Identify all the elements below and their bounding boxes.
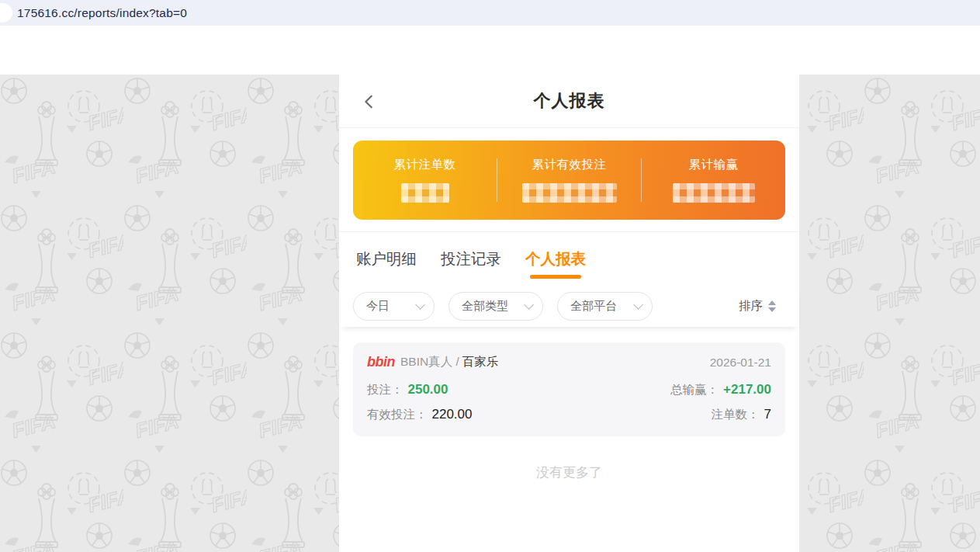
tab-notch (0, 3, 12, 23)
stat-label: 累计注单数 (353, 157, 497, 173)
record-bet-row: 投注： 250.00 总输赢： +217.00 (367, 382, 771, 398)
cumulative-stats-card: 累计注单数 累计有效投注 累计输赢 (353, 141, 785, 220)
sort-label: 排序 (739, 298, 763, 314)
winloss-label: 总输赢： (670, 382, 719, 398)
stat-total-bets: 累计注单数 (353, 141, 497, 220)
tab-bar: 账户明细 投注记录 个人报表 (339, 231, 799, 286)
report-record-card[interactable]: bbin BBIN真人 / 百家乐 2026-01-21 投注： 250.00 … (353, 342, 785, 436)
censored-value (522, 183, 617, 203)
tab-personal-report[interactable]: 个人报表 (525, 248, 586, 269)
total-winloss: 总输赢： +217.00 (670, 382, 771, 398)
page-title: 个人报表 (534, 89, 605, 113)
date-filter-value: 今日 (366, 299, 390, 314)
provider-name: BBIN真人 / (400, 354, 459, 370)
stat-label: 累计输赢 (642, 157, 785, 173)
sort-arrows-icon (768, 300, 776, 312)
record-date: 2026-01-21 (710, 356, 771, 370)
game-name: 百家乐 (462, 354, 499, 370)
type-filter-dropdown[interactable]: 全部类型 (448, 292, 543, 321)
bet-count-label: 注单数： (712, 407, 760, 423)
winloss-value: +217.00 (723, 382, 771, 398)
censored-value (401, 183, 449, 203)
chevron-down-icon (524, 300, 534, 310)
date-filter-dropdown[interactable]: 今日 (353, 292, 435, 321)
bet-amount: 投注： 250.00 (367, 382, 448, 398)
page-header: 个人报表 (339, 75, 799, 128)
back-button[interactable] (359, 92, 379, 112)
tab-account-details[interactable]: 账户明细 (356, 248, 417, 269)
top-white-band (0, 26, 980, 75)
record-header-row: bbin BBIN真人 / 百家乐 2026-01-21 (367, 354, 771, 370)
valid-bet-label: 有效投注： (367, 407, 428, 423)
chevron-down-icon (633, 300, 643, 310)
bet-value: 250.00 (408, 382, 448, 398)
bet-label: 投注： (367, 382, 403, 398)
stat-label: 累计有效投注 (497, 157, 641, 173)
valid-bet-value: 220.00 (432, 407, 473, 422)
filter-bar: 今日 全部类型 全部平台 排序 (339, 286, 799, 327)
report-panel: 个人报表 累计注单数 累计有效投注 累计输赢 账户明细 投注记录 个人报表 今日… (339, 75, 799, 552)
bbin-logo: bbin (367, 354, 395, 370)
bet-count-value: 7 (764, 407, 771, 422)
type-filter-value: 全部类型 (462, 299, 508, 314)
stat-win-loss: 累计输赢 (642, 141, 785, 220)
platform-filter-value: 全部平台 (570, 299, 617, 314)
censored-value (673, 183, 755, 203)
bet-count: 注单数： 7 (712, 407, 771, 423)
tab-bet-records[interactable]: 投注记录 (441, 248, 501, 269)
record-valid-row: 有效投注： 220.00 注单数： 7 (367, 407, 771, 423)
sort-control[interactable]: 排序 (739, 298, 785, 314)
valid-bet-amount: 有效投注： 220.00 (367, 407, 473, 423)
chevron-down-icon (415, 300, 425, 310)
platform-filter-dropdown[interactable]: 全部平台 (557, 292, 653, 321)
no-more-text: 没有更多了 (339, 463, 799, 481)
browser-address-bar[interactable]: 175616.cc/reports/index?tab=0 (0, 0, 980, 26)
chevron-left-icon (361, 93, 378, 110)
url-text[interactable]: 175616.cc/reports/index?tab=0 (17, 6, 187, 20)
stat-valid-bets: 累计有效投注 (497, 141, 641, 220)
